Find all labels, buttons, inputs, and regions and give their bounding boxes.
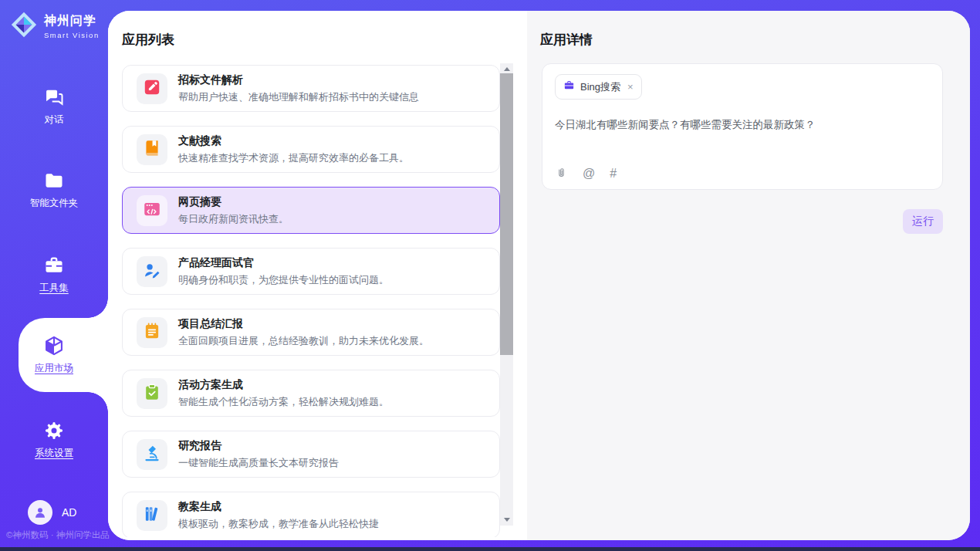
edit-square-icon <box>142 77 162 100</box>
app-card-title: 活动方案生成 <box>178 378 389 392</box>
app-detail-panel: 应用详情 Bing搜索 × 今日湖北有哪些新闻要点？有哪些需要关注的最新政策？ <box>527 11 970 540</box>
app-card-description: 一键智能生成高质量长文本研究报告 <box>178 456 339 470</box>
copyright-text: ©神州数码 · 神州问学出品 <box>6 529 108 541</box>
bottom-bar <box>0 547 980 551</box>
app-card-title: 网页摘要 <box>178 195 289 209</box>
paperclip-icon[interactable] <box>555 167 568 180</box>
app-card-description: 明确身份和职责，为您提供专业性的面试问题。 <box>178 273 389 287</box>
sidebar-item-toolset[interactable]: 工具集 <box>0 255 108 295</box>
app-card-title: 招标文件解析 <box>178 73 419 87</box>
book-icon <box>142 138 162 161</box>
app-card-title: 项目总结汇报 <box>178 317 429 331</box>
tool-chip-label: Bing搜索 <box>580 80 620 94</box>
avatar <box>28 500 52 525</box>
at-mention-icon[interactable]: @ <box>583 167 595 180</box>
sidebar: 神州问学 Smart Vision 对话 智能文件夹 工具集 应用市场 系统设置 <box>0 0 108 551</box>
app-card-description: 模板驱动，教案秒成，教学准备从此轻松快捷 <box>178 517 379 531</box>
scroll-down-button[interactable] <box>500 514 513 526</box>
app-card[interactable]: 活动方案生成 智能生成个性化活动方案，轻松解决规划难题。 <box>122 370 500 417</box>
app-card[interactable]: 文献搜索 快速精准查找学术资源，提高研究效率的必备工具。 <box>122 126 500 173</box>
clipboard-check-icon <box>142 382 162 405</box>
app-card-title: 产品经理面试官 <box>178 256 389 270</box>
scrollbar-thumb[interactable] <box>500 73 513 355</box>
note-icon <box>142 321 162 344</box>
app-card[interactable]: 教案生成 模板驱动，教案秒成，教学准备从此轻松快捷 <box>122 492 500 537</box>
chat-icon <box>43 86 65 108</box>
main-content: 应用列表 招标文件解析 帮助用户快速、准确地理解和解析招标书中的关键信息 文献搜… <box>108 11 970 540</box>
app-card-description: 每日政府新闻资讯快查。 <box>178 212 289 226</box>
briefcase-icon <box>563 79 575 94</box>
chip-close-icon[interactable]: × <box>627 81 634 93</box>
run-button[interactable]: 运行 <box>903 209 943 234</box>
sidebar-item-app-market[interactable]: 应用市场 <box>0 335 108 375</box>
gear-icon <box>43 420 65 441</box>
app-detail-title: 应用详情 <box>540 31 593 49</box>
sidebar-item-system-settings[interactable]: 系统设置 <box>0 420 108 460</box>
app-card-description: 全面回顾项目进展，总结经验教训，助力未来优化发展。 <box>178 334 429 348</box>
app-list-title: 应用列表 <box>122 31 174 49</box>
app-window: 神州问学 Smart Vision 对话 智能文件夹 工具集 应用市场 系统设置 <box>0 0 980 551</box>
books-icon <box>142 504 162 527</box>
app-card[interactable]: 网页摘要 每日政府新闻资讯快查。 <box>122 187 500 234</box>
brand: 神州问学 Smart Vision <box>9 10 100 42</box>
app-card-description: 快速精准查找学术资源，提高研究效率的必备工具。 <box>178 151 409 165</box>
browser-code-icon <box>142 199 162 222</box>
app-card-description: 智能生成个性化活动方案，轻松解决规划难题。 <box>178 395 389 409</box>
sidebar-item-smart-folders[interactable]: 智能文件夹 <box>0 170 108 210</box>
app-card-title: 教案生成 <box>178 500 379 514</box>
diamond-logo-icon <box>9 10 39 42</box>
app-list-panel: 应用列表 招标文件解析 帮助用户快速、准确地理解和解析招标书中的关键信息 文献搜… <box>108 11 527 540</box>
brand-subtitle: Smart Vision <box>44 31 100 39</box>
app-card-title: 研究报告 <box>178 439 339 453</box>
app-card[interactable]: 产品经理面试官 明确身份和职责，为您提供专业性的面试问题。 <box>122 248 500 295</box>
app-card[interactable]: 研究报告 一键智能生成高质量长文本研究报告 <box>122 431 500 478</box>
prompt-input[interactable]: 今日湖北有哪些新闻要点？有哪些需要关注的最新政策？ <box>555 118 930 132</box>
app-card-description: 帮助用户快速、准确地理解和解析招标书中的关键信息 <box>178 90 419 104</box>
cube-icon <box>43 335 65 357</box>
scrollbar[interactable] <box>500 63 513 526</box>
toolbox-icon <box>43 255 65 276</box>
sidebar-item-chat[interactable]: 对话 <box>0 86 108 127</box>
app-card-title: 文献搜索 <box>178 134 409 148</box>
tool-chip-bing[interactable]: Bing搜索 × <box>555 74 642 100</box>
user-initials: AD <box>62 506 76 519</box>
interviewer-icon <box>142 260 162 283</box>
user-account[interactable]: AD <box>28 500 76 525</box>
microscope-icon <box>142 443 162 466</box>
app-list: 招标文件解析 帮助用户快速、准确地理解和解析招标书中的关键信息 文献搜索 快速精… <box>122 65 500 537</box>
composer-toolbar: @ # <box>555 167 617 180</box>
folder-icon <box>43 170 65 191</box>
app-card[interactable]: 招标文件解析 帮助用户快速、准确地理解和解析招标书中的关键信息 <box>122 65 500 112</box>
app-card[interactable]: 项目总结汇报 全面回顾项目进展，总结经验教训，助力未来优化发展。 <box>122 309 500 356</box>
hash-tag-icon[interactable]: # <box>610 167 617 180</box>
prompt-card: Bing搜索 × 今日湖北有哪些新闻要点？有哪些需要关注的最新政策？ @ # <box>542 63 943 190</box>
brand-name: 神州问学 <box>44 13 100 29</box>
